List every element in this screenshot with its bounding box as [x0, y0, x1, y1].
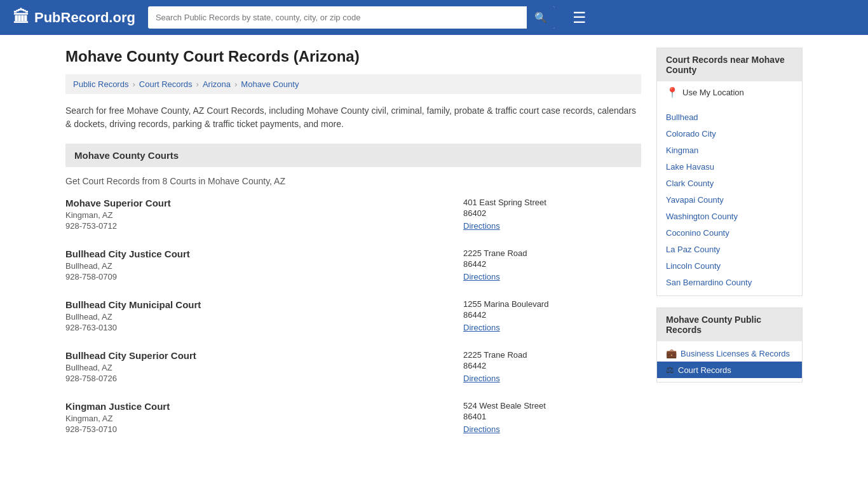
court-city: Bullhead, AZ — [65, 363, 463, 372]
breadcrumb-sep-1: › — [132, 79, 135, 89]
court-right: 2225 Trane Road 86442 Directions — [463, 248, 641, 281]
court-name: Bullhead City Municipal Court — [65, 299, 463, 310]
court-left: Bullhead City Municipal Court Bullhead, … — [65, 299, 463, 332]
breadcrumb: Public Records › Court Records › Arizona… — [65, 74, 641, 94]
sidebar-nearby-item: Kingman — [657, 142, 802, 158]
use-my-location[interactable]: 📍 Use My Location — [657, 81, 802, 104]
court-phone: 928-763-0130 — [65, 323, 463, 332]
sidebar-nearby-item: Yavapai County — [657, 191, 802, 208]
court-address: 2225 Trane Road — [463, 248, 641, 258]
court-address: 401 East Spring Street — [463, 198, 641, 207]
site-header: 🏛 PubRecord.org 🔍 ☰ — [0, 0, 868, 35]
main-content: Mohave County Court Records (Arizona) Pu… — [65, 48, 641, 452]
court-entry: Mohave Superior Court Kingman, AZ 928-75… — [65, 198, 641, 231]
sidebar-public-link[interactable]: Business Licenses & Records — [681, 349, 790, 358]
site-logo[interactable]: 🏛 PubRecord.org — [13, 8, 135, 27]
page-description: Search for free Mohave County, AZ Court … — [65, 104, 641, 131]
sidebar-public-item: 💼Business Licenses & Records — [657, 345, 802, 362]
search-icon: 🔍 — [534, 12, 547, 23]
use-location-label: Use My Location — [682, 88, 744, 97]
sidebar-nearby-section: Court Records near Mohave County 📍 Use M… — [656, 48, 803, 296]
court-left: Bullhead City Justice Court Bullhead, AZ… — [65, 248, 463, 281]
court-right: 2225 Trane Road 86442 Directions — [463, 350, 641, 383]
court-left: Kingman Justice Court Kingman, AZ 928-75… — [65, 401, 463, 434]
search-button[interactable]: 🔍 — [527, 6, 555, 29]
directions-link[interactable]: Directions — [463, 272, 500, 281]
court-address: 1255 Marina Boulevard — [463, 299, 641, 309]
sidebar-nearby-link[interactable]: La Paz County — [666, 245, 720, 254]
sidebar-nearby-link[interactable]: Kingman — [666, 146, 698, 155]
directions-link[interactable]: Directions — [463, 221, 500, 231]
sidebar-nearby-link[interactable]: Colorado City — [666, 129, 716, 139]
sidebar-nearby-link[interactable]: Washington County — [666, 212, 738, 221]
court-city: Kingman, AZ — [65, 210, 463, 220]
court-zip: 86442 — [463, 361, 641, 370]
breadcrumb-arizona[interactable]: Arizona — [203, 79, 231, 89]
court-address: 2225 Trane Road — [463, 350, 641, 360]
sidebar-public-section: Mohave County Public Records 💼Business L… — [656, 308, 803, 383]
court-left: Bullhead City Superior Court Bullhead, A… — [65, 350, 463, 383]
court-zip: 86442 — [463, 259, 641, 269]
sidebar-nearby-link[interactable]: Lake Havasu — [666, 162, 714, 172]
logo-text: PubRecord.org — [34, 10, 135, 26]
court-entry: Bullhead City Municipal Court Bullhead, … — [65, 299, 641, 332]
breadcrumb-sep-3: › — [234, 79, 237, 89]
directions-link[interactable]: Directions — [463, 323, 500, 332]
court-left: Mohave Superior Court Kingman, AZ 928-75… — [65, 198, 463, 231]
public-records-list: 💼Business Licenses & Records⚖Court Recor… — [657, 341, 802, 382]
court-city: Bullhead, AZ — [65, 312, 463, 322]
court-zip: 86442 — [463, 310, 641, 320]
court-right: 401 East Spring Street 86402 Directions — [463, 198, 641, 231]
search-input[interactable] — [148, 8, 527, 27]
court-name: Mohave Superior Court — [65, 198, 463, 208]
breadcrumb-mohave-county[interactable]: Mohave County — [241, 79, 299, 89]
directions-link[interactable]: Directions — [463, 374, 500, 383]
court-city: Kingman, AZ — [65, 414, 463, 423]
court-phone: 928-753-0712 — [65, 221, 463, 231]
main-container: Mohave County Court Records (Arizona) Pu… — [53, 35, 815, 464]
logo-icon: 🏛 — [13, 8, 29, 27]
courts-section-header: Mohave County Courts — [65, 144, 641, 167]
breadcrumb-sep-2: › — [196, 79, 199, 89]
sidebar-public-header: Mohave County Public Records — [657, 308, 802, 341]
directions-link[interactable]: Directions — [463, 424, 500, 434]
sidebar-nearby-header: Court Records near Mohave County — [657, 48, 802, 81]
sidebar-nearby-link[interactable]: San Bernardino County — [666, 278, 752, 287]
sidebar-nearby-item: Coconino County — [657, 224, 802, 241]
sidebar-public-link[interactable]: Court Records — [678, 365, 731, 375]
sidebar-public-item: ⚖Court Records — [657, 362, 802, 378]
breadcrumb-court-records[interactable]: Court Records — [139, 79, 193, 89]
court-name: Bullhead City Superior Court — [65, 350, 463, 361]
court-entry: Kingman Justice Court Kingman, AZ 928-75… — [65, 401, 641, 434]
court-right: 1255 Marina Boulevard 86442 Directions — [463, 299, 641, 332]
pub-record-icon: 💼 — [666, 348, 677, 358]
court-name: Kingman Justice Court — [65, 401, 463, 412]
sidebar-nearby-link[interactable]: Yavapai County — [666, 195, 724, 205]
court-entry: Bullhead City Justice Court Bullhead, AZ… — [65, 248, 641, 281]
sidebar-nearby-link[interactable]: Clark County — [666, 179, 714, 188]
sidebar-nearby-item: Clark County — [657, 175, 802, 191]
court-address: 524 West Beale Street — [463, 401, 641, 410]
court-phone: 928-758-0709 — [65, 272, 463, 281]
sidebar-nearby-item: Bullhead — [657, 109, 802, 125]
court-phone: 928-753-0710 — [65, 424, 463, 434]
breadcrumb-public-records[interactable]: Public Records — [73, 79, 128, 89]
court-right: 524 West Beale Street 86401 Directions — [463, 401, 641, 434]
pub-record-icon: ⚖ — [666, 365, 674, 375]
search-bar: 🔍 — [148, 6, 555, 29]
sidebar-nearby-link[interactable]: Lincoln County — [666, 261, 721, 271]
sidebar-nearby-link[interactable]: Coconino County — [666, 228, 729, 238]
page-title: Mohave County Court Records (Arizona) — [65, 48, 641, 65]
court-phone: 928-758-0726 — [65, 374, 463, 383]
sidebar-nearby-item: Lake Havasu — [657, 158, 802, 175]
court-entry: Bullhead City Superior Court Bullhead, A… — [65, 350, 641, 383]
menu-icon[interactable]: ☰ — [573, 9, 587, 27]
sidebar-nearby-item: Colorado City — [657, 125, 802, 142]
courts-count: Get Court Records from 8 Courts in Mohav… — [65, 176, 641, 186]
sidebar-nearby-item: La Paz County — [657, 241, 802, 257]
court-city: Bullhead, AZ — [65, 261, 463, 271]
sidebar-nearby-link[interactable]: Bullhead — [666, 112, 698, 122]
courts-list: Mohave Superior Court Kingman, AZ 928-75… — [65, 198, 641, 434]
sidebar-nearby-item: Washington County — [657, 208, 802, 224]
sidebar: Court Records near Mohave County 📍 Use M… — [656, 48, 803, 452]
